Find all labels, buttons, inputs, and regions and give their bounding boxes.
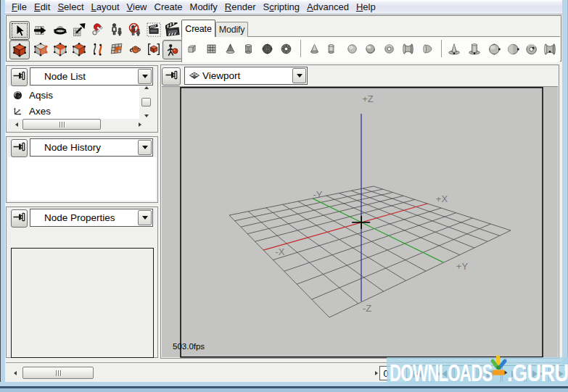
node-history-pin-button[interactable]: [11, 139, 28, 157]
create-polygonal-cone-button[interactable]: [221, 39, 240, 59]
timeline-left-icon[interactable]: [14, 371, 17, 375]
select-faces-mode-button[interactable]: [70, 40, 89, 58]
menu-help[interactable]: Help: [353, 1, 379, 14]
node-list-pin-button[interactable]: [11, 68, 28, 86]
select-all-nodes-mode-button[interactable]: [144, 40, 163, 58]
create-nurbs-hyperboloid-button[interactable]: [399, 39, 418, 59]
pin-icon: [13, 212, 25, 225]
menu-view[interactable]: View: [123, 1, 151, 14]
select-nodes-mode-button[interactable]: [9, 40, 30, 59]
viewport-pin-button[interactable]: [162, 67, 181, 86]
axis-label-+X: +X: [436, 193, 448, 204]
render-preview-tool-button[interactable]: [144, 21, 163, 38]
poly-sphere-icon: [261, 43, 273, 55]
aqsis-icon: [13, 91, 22, 100]
menu-select[interactable]: Select: [54, 1, 87, 14]
cube-points-icon: [33, 42, 48, 57]
node-properties-pin-button[interactable]: [11, 209, 28, 228]
scroll-right-icon[interactable]: [139, 122, 141, 127]
scale-tool-button[interactable]: [70, 21, 89, 38]
node-list-item-aqsis[interactable]: Aqsis: [8, 87, 139, 103]
create-polygonal-cube-button[interactable]: [182, 39, 201, 59]
select-patches-mode-button[interactable]: [107, 40, 126, 58]
move-tool-button[interactable]: [31, 21, 50, 38]
viewport-panel-selector[interactable]: Viewport: [184, 67, 308, 85]
unparent-tool-button[interactable]: [125, 21, 144, 38]
menu-create[interactable]: Create: [151, 1, 186, 14]
nurbs-hyperboloid-icon: [402, 43, 414, 55]
scroll-down-icon[interactable]: [144, 114, 149, 117]
cube-edges-icon: [53, 42, 67, 57]
node-list-horizontal-scrollbar[interactable]: [9, 119, 143, 130]
menu-modify[interactable]: Modify: [186, 1, 221, 14]
menu-edit[interactable]: Edit: [30, 1, 54, 14]
patch-icon: [110, 42, 124, 57]
menu-file[interactable]: File: [8, 1, 30, 14]
viewport-panel: Viewport +Z-Z+X-X-Y+Y503.0fps: [160, 64, 559, 359]
create-nurbs-paraboloid-button[interactable]: [418, 39, 437, 59]
node-list-title: Node List: [44, 71, 86, 82]
nurbs-paraboloid-icon: [421, 43, 434, 55]
scroll-left-icon[interactable]: [15, 122, 18, 127]
vertical-scrollbar-thumb[interactable]: [141, 98, 151, 107]
window-border-right: [562, 0, 568, 392]
nurbs-cone-icon: [308, 43, 321, 55]
tab-create[interactable]: Create: [181, 20, 215, 37]
create-nurbs-cylinder-button[interactable]: [322, 39, 341, 59]
timeline-slider[interactable]: [10, 367, 380, 379]
scroll-up-icon[interactable]: [144, 86, 149, 89]
timeline-slider-thumb[interactable]: [22, 367, 94, 379]
pin-icon: [13, 141, 25, 155]
node-history-dropdown-button[interactable]: [138, 140, 152, 155]
menu-render[interactable]: Render: [221, 1, 260, 14]
node-list-vertical-scrollbar[interactable]: [141, 86, 151, 117]
menu-scripting[interactable]: Scripting: [259, 1, 303, 14]
select-points-mode-button[interactable]: [31, 40, 50, 58]
create-quadric-hyperboloid-button[interactable]: [540, 39, 559, 59]
axes-icon: [13, 107, 22, 116]
create-quadric-sphere-button[interactable]: [485, 39, 504, 59]
pick-object-mode-button[interactable]: [162, 40, 183, 59]
render-frame-tool-button[interactable]: [163, 21, 182, 38]
parent-tool-button[interactable]: [107, 21, 126, 38]
menu-advanced[interactable]: Advanced: [303, 1, 353, 14]
create-quadric-cone-button[interactable]: [445, 39, 464, 59]
node-list-panel: Node List AqsisAxes: [6, 65, 158, 133]
timeline-right-icon[interactable]: [375, 371, 378, 375]
create-polygonal-sphere-button[interactable]: [258, 39, 276, 59]
create-nurbs-disk-button[interactable]: [361, 39, 380, 59]
create-nurbs-torus-button[interactable]: [379, 39, 398, 59]
axis-label--Y: -Y: [313, 189, 323, 200]
create-quadric-hemisphere-button[interactable]: [504, 39, 523, 59]
create-polygonal-cylinder-button[interactable]: [239, 39, 258, 59]
create-nurbs-sphere-button[interactable]: [342, 39, 361, 59]
node-list-panel-selector[interactable]: Node List: [30, 67, 153, 86]
viewport-header: Viewport: [162, 67, 310, 86]
curve-icon: [91, 42, 105, 57]
node-properties-panel-selector[interactable]: Node Properties: [30, 209, 153, 227]
create-polygonal-grid-button[interactable]: [202, 39, 221, 59]
rotate-tool-button[interactable]: [51, 21, 70, 38]
node-history-panel-selector[interactable]: Node History: [30, 138, 153, 157]
tab-modify[interactable]: Modify: [215, 22, 248, 37]
node-properties-content: [11, 248, 154, 358]
node-list-dropdown-button[interactable]: [138, 69, 152, 84]
node-history-content: [8, 157, 156, 201]
snap-tool-button[interactable]: [89, 21, 107, 38]
node-list-item-axes[interactable]: Axes: [8, 103, 139, 119]
toolbar-separator: [300, 40, 301, 57]
viewport-dropdown-button[interactable]: [292, 68, 306, 83]
horizontal-scrollbar-thumb[interactable]: [22, 119, 101, 130]
select-lines-mode-button[interactable]: [51, 40, 70, 58]
node-properties-dropdown-button[interactable]: [138, 210, 152, 225]
select-uniform-mode-button[interactable]: [125, 40, 144, 58]
create-quadric-torus-button[interactable]: [522, 39, 541, 59]
unparent-icon: [128, 22, 142, 37]
select-curves-mode-button[interactable]: [89, 40, 107, 58]
move-icon: [33, 22, 48, 37]
menu-layout[interactable]: Layout: [88, 1, 123, 14]
create-quadric-cylinder-button[interactable]: [465, 39, 484, 59]
create-polygonal-torus-button[interactable]: [276, 39, 295, 59]
select-tool-button[interactable]: [9, 21, 30, 40]
viewport-3d-view[interactable]: +Z-Z+X-X-Y+Y503.0fps: [162, 86, 558, 357]
